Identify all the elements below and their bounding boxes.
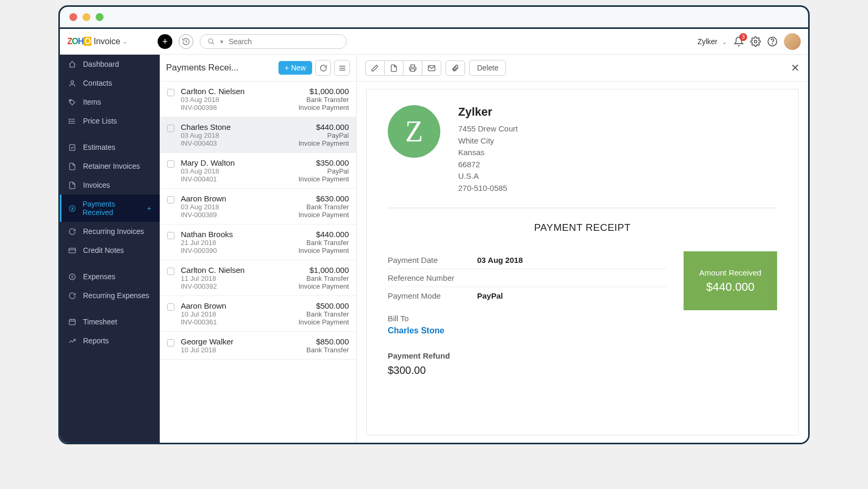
checkbox[interactable] xyxy=(167,339,174,347)
sidebar-item-retainer-invoices[interactable]: Retainer Invoices xyxy=(60,157,160,176)
mail-icon xyxy=(428,64,436,72)
sidebar-item-recurring-expenses[interactable]: Recurring Expenses xyxy=(60,286,160,305)
svg-point-4 xyxy=(772,44,773,44)
window-close-icon[interactable] xyxy=(69,13,77,21)
sidebar-item-credit-notes[interactable]: Credit Notes xyxy=(60,241,160,260)
sidebar-item-price-lists[interactable]: Price Lists xyxy=(60,111,160,130)
payer-name: Carlton C. Nielsen xyxy=(181,266,245,274)
plus-icon[interactable]: + xyxy=(147,204,151,212)
payment-list-item[interactable]: Nathan Brooks$440.00021 Jul 2018Bank Tra… xyxy=(160,225,356,260)
sidebar-item-reports[interactable]: Reports xyxy=(60,331,160,350)
checkbox[interactable] xyxy=(167,160,174,168)
attach-button[interactable] xyxy=(446,60,465,76)
product-logo[interactable]: ZOHO Invoice ⌄ xyxy=(67,37,151,46)
checkbox[interactable] xyxy=(167,268,174,275)
delete-button[interactable]: Delete xyxy=(469,60,506,76)
refresh-icon xyxy=(319,64,327,72)
checkbox[interactable] xyxy=(167,232,174,239)
checkbox[interactable] xyxy=(167,303,174,311)
org-name: Zylker xyxy=(697,37,717,46)
address-line: Kansas xyxy=(458,147,518,159)
payment-list-item[interactable]: Carlton C. Nielsen$1,000.00011 Jul 2018B… xyxy=(160,260,356,296)
payment-amount: $1,000.000 xyxy=(309,87,349,96)
payments-list[interactable]: Carlton C. Nielsen$1,000.00003 Aug 2018B… xyxy=(160,82,356,443)
payment-mode-label: Payment Mode xyxy=(388,291,477,300)
edit-button[interactable] xyxy=(365,60,385,76)
payment-method: Bank Transfer xyxy=(306,239,349,247)
sidebar-item-dashboard[interactable]: Dashboard xyxy=(60,55,160,74)
payment-method: Bank Transfer xyxy=(306,310,349,318)
payment-method: PayPal xyxy=(327,131,349,139)
tag-icon xyxy=(68,98,77,106)
checkbox[interactable] xyxy=(167,125,174,132)
paperclip-icon xyxy=(451,64,459,72)
sidebar-item-expenses[interactable]: $Expenses xyxy=(60,267,160,286)
browser-frame: ZOHO Invoice ⌄ + ▼ Zylker ⌄ 3 xyxy=(58,5,810,444)
sidebar-item-items[interactable]: Items xyxy=(60,93,160,111)
close-detail-button[interactable]: ✕ xyxy=(791,62,800,74)
estimate-icon xyxy=(68,144,77,151)
topbar: ZOHO Invoice ⌄ + ▼ Zylker ⌄ 3 xyxy=(60,29,808,55)
payment-list-item[interactable]: Aaron Brown$500.00010 Jul 2018Bank Trans… xyxy=(160,296,356,332)
org-switcher[interactable]: Zylker ⌄ xyxy=(697,37,727,46)
search-input[interactable]: ▼ xyxy=(200,34,347,49)
sidebar-item-invoices[interactable]: Invoices xyxy=(60,176,160,195)
user-avatar[interactable] xyxy=(784,33,801,50)
email-button[interactable] xyxy=(422,60,441,76)
svg-text:$: $ xyxy=(71,274,74,279)
pdf-button[interactable] xyxy=(385,60,404,76)
sidebar-item-estimates[interactable]: Estimates xyxy=(60,138,160,157)
payment-amount: $440.000 xyxy=(316,123,349,131)
refresh-button[interactable] xyxy=(315,60,331,76)
svg-rect-15 xyxy=(69,248,76,253)
payer-name: Charles Stone xyxy=(181,123,231,131)
time-icon xyxy=(68,318,77,326)
payment-date: 10 Jul 2018 xyxy=(181,310,216,318)
payment-method: PayPal xyxy=(327,167,349,175)
payment-type: Invoice Payment xyxy=(298,139,349,147)
payment-list-item[interactable]: Aaron Brown$630.00003 Aug 2018Bank Trans… xyxy=(160,189,356,225)
recurring-icon xyxy=(68,292,77,300)
payment-amount: $440.000 xyxy=(316,230,349,239)
checkbox[interactable] xyxy=(167,196,174,203)
window-minimize-icon[interactable] xyxy=(82,13,90,21)
address-line: 7455 Drew Court xyxy=(458,123,518,135)
list-icon xyxy=(68,117,77,125)
billto-name[interactable]: Charles Stone xyxy=(388,326,668,335)
sidebar-item-label: Estimates xyxy=(83,143,115,151)
product-name: Invoice xyxy=(94,37,120,46)
print-button[interactable] xyxy=(404,60,422,76)
settings-button[interactable] xyxy=(750,36,761,47)
quick-add-button[interactable]: + xyxy=(158,34,172,49)
invoice-number: INV-000398 xyxy=(181,104,217,111)
sidebar-item-label: Recurring Invoices xyxy=(83,227,144,236)
payment-method: Bank Transfer xyxy=(306,203,349,211)
company-logo: Z xyxy=(388,105,440,158)
sidebar-item-contacts[interactable]: Contacts xyxy=(60,74,160,93)
payment-list-item[interactable]: Mary D. Walton$350.00003 Aug 2018PayPalI… xyxy=(160,153,356,189)
person-icon xyxy=(68,79,77,87)
amount-received-label: Amount Received xyxy=(699,268,761,277)
svg-rect-26 xyxy=(411,68,415,71)
help-button[interactable] xyxy=(767,36,778,47)
sidebar-item-timesheet[interactable]: Timesheet xyxy=(60,312,160,331)
payment-list-item[interactable]: Charles Stone$440.00003 Aug 2018PayPalIN… xyxy=(160,117,356,153)
payment-list-item[interactable]: Carlton C. Nielsen$1,000.00003 Aug 2018B… xyxy=(160,82,356,117)
print-icon xyxy=(409,64,417,72)
refund-label: Payment Refund xyxy=(388,351,668,360)
sidebar-item-label: Items xyxy=(83,98,101,106)
refund-amount: $300.00 xyxy=(388,364,668,376)
new-payment-button[interactable]: +New xyxy=(278,61,312,75)
payment-list-item[interactable]: George Walker$850.00010 Jul 2018Bank Tra… xyxy=(160,332,356,360)
payer-name: George Walker xyxy=(181,337,233,346)
list-menu-button[interactable] xyxy=(334,60,350,76)
checkbox[interactable] xyxy=(167,89,174,96)
search-field[interactable] xyxy=(229,37,339,46)
recent-activity-button[interactable] xyxy=(179,34,193,49)
window-maximize-icon[interactable] xyxy=(96,13,104,21)
sidebar-item-payments-received[interactable]: Payments Received+ xyxy=(60,195,160,222)
logo-letter: O xyxy=(72,37,78,46)
receipt-document: Z Zylker 7455 Drew CourtWhite CityKansas… xyxy=(366,89,799,435)
sidebar-item-recurring-invoices[interactable]: Recurring Invoices xyxy=(60,222,160,241)
notifications-button[interactable]: 3 xyxy=(733,36,744,47)
